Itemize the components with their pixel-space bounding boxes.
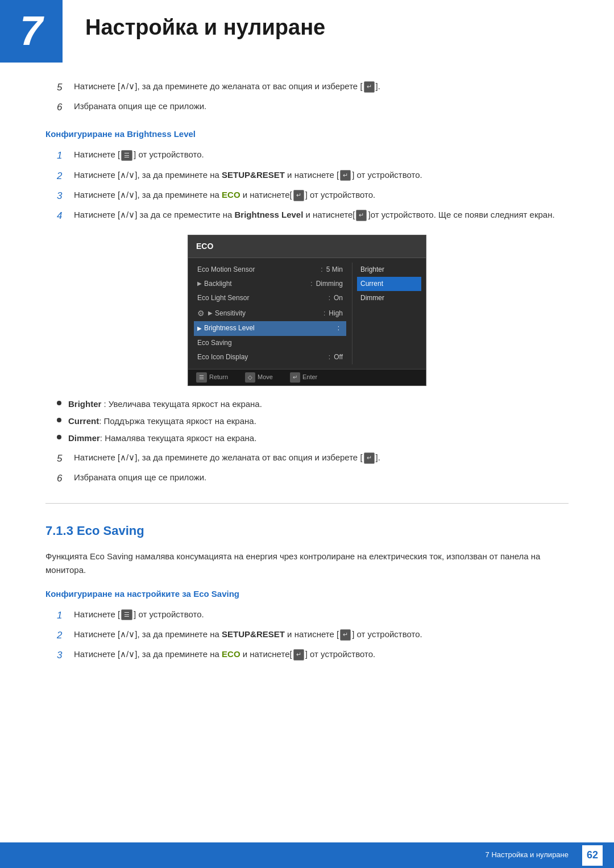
eco-label-3: ECO [222,190,240,200]
move-icon: ◇ [245,372,255,383]
gear-icon: ⚙ [197,307,205,319]
step-num-6-bottom: 6 [57,471,74,486]
eco-row-brightness-label: Brightness Level [204,323,334,334]
bullet-brighter-text: Brighter : Увеличава текущата яркост на … [68,397,262,411]
dropdown-current: Current [357,277,421,291]
bullet-dot-current [57,418,61,422]
eco-row-motion-label: Eco Motion Sensor [197,264,317,275]
eco-row-motion: Eco Motion Sensor : 5 Min [194,263,346,277]
footer-return-label: Return [209,372,228,383]
brightness-step-1: 1 Натиснете [☰] от устройството. [57,148,569,163]
brightness-level-label-4: Brightness Level [234,210,303,219]
brightness-steps: 1 Натиснете [☰] от устройството. 2 Натис… [57,148,569,223]
eco-saving-config-heading: Конфигуриране на настройките за Eco Savi… [45,587,569,601]
step-text-6-top: Избраната опция ще се приложи. [74,99,206,113]
step-num-6-top: 6 [57,99,74,115]
top-steps: 5 Натиснете [∧/∨], за да преминете до же… [57,80,569,115]
eco-saving-heading: 7.1.3 Eco Saving [45,521,569,541]
section-divider [45,503,569,504]
eco-menu-body: Eco Motion Sensor : 5 Min ▶ Backlight : … [188,258,426,369]
eco-menu-container: ECO Eco Motion Sensor : 5 Min ▶ Backligh… [45,235,569,386]
brightness-arrow: ▶ [197,324,202,333]
brightness-step-num-3: 3 [57,188,74,203]
enter-icon: ↵ [290,372,300,383]
step-num-5-bottom: 5 [57,451,74,466]
footer-enter-label: Enter [302,372,317,383]
dimmer-label: Dimmer [68,433,100,443]
eco-saving-step-num-3: 3 [57,647,74,663]
footer-chapter-text: 7 Настройка и нулиране [486,849,569,861]
eco-saving-step-text-1: Натиснете [☰] от устройството. [74,608,204,621]
bullet-dot-brighter [57,401,61,405]
eco-saving-step-text-3: Натиснете [∧/∨], за да преминете на ECO … [74,647,375,661]
step-5-bottom: 5 Натиснете [∧/∨], за да преминете до же… [57,451,569,466]
eco-menu-footer: ☰ Return ◇ Move ↵ Enter [188,369,426,385]
enter-key-eco3: ↵ [293,649,304,661]
sensitivity-arrow: ▶ [208,309,213,318]
footer-return: ☰ Return [196,372,228,383]
chapter-title: Настройка и нулиране [63,0,348,56]
eco-row-light-sensor: Eco Light Sensor : On [194,291,346,305]
footer-move: ◇ Move [245,372,273,383]
eco-row-saving: Eco Saving [194,336,346,350]
brightness-step-4: 4 Натиснете [∧/∨] за да се преместите на… [57,208,569,223]
page-wrapper: 7 Настройка и нулиране 5 Натиснете [∧/∨]… [0,0,614,868]
brightness-step-num-2: 2 [57,168,74,184]
step-num-5-top: 5 [57,80,74,95]
bullet-current-text: Current: Поддържа текущата яркост на екр… [68,414,256,428]
brightness-step-num-4: 4 [57,208,74,223]
eco-saving-step-num-2: 2 [57,628,74,643]
setup-reset-label-eco2: SETUP&RESET [222,629,285,639]
eco-saving-step-text-2: Натиснете [∧/∨], за да преминете на SETU… [74,628,422,641]
eco-saving-step-3: 3 Натиснете [∧/∨], за да преминете на EC… [57,647,569,663]
bullet-brighter: Brighter : Увеличава текущата яркост на … [57,397,569,411]
eco-row-backlight-value: Dimming [316,279,343,289]
menu-key-1: ☰ [121,150,132,161]
brightness-bullets: Brighter : Увеличава текущата яркост на … [57,397,569,445]
brightness-step-text-1: Натиснете [☰] от устройството. [74,148,204,161]
eco-row-backlight: ▶ Backlight : Dimming [194,277,346,291]
eco-row-brightness: ▶ Brightness Level : [194,321,346,335]
dropdown-brighter: Brighter [357,263,421,277]
eco-row-saving-label: Eco Saving [197,338,343,348]
bullet-current: Current: Поддържа текущата яркост на екр… [57,414,569,428]
brightness-step-text-3: Натиснете [∧/∨], за да преминете на ECO … [74,188,375,202]
enter-key-5bottom: ↵ [364,452,375,464]
eco-row-sensitivity-label: Sensitivity [215,308,320,319]
brightness-heading: Конфигуриране на Brightness Level [45,127,569,141]
bottom-steps: 5 Натиснете [∧/∨], за да преминете до же… [57,451,569,486]
eco-row-icon-display-value: Off [334,352,343,363]
footer-enter: ↵ Enter [290,372,317,383]
main-content: 5 Натиснете [∧/∨], за да преминете до же… [0,80,614,713]
eco-row-sensitivity-value: High [329,308,343,319]
eco-label-eco3: ECO [222,649,240,659]
enter-key-icon-5top: ↵ [364,81,375,93]
enter-key-eco2: ↵ [340,629,351,641]
eco-saving-step-1: 1 Натиснете [☰] от устройството. [57,608,569,623]
eco-row-motion-value: 5 Min [326,264,343,275]
brightness-step-num-1: 1 [57,148,74,163]
eco-row-icon-display-label: Eco Icon Display [197,352,325,363]
bullet-dimmer-text: Dimmer: Намалява текущата яркост на екра… [68,431,256,445]
eco-row-sensitivity: ⚙ ▶ Sensitivity : High [194,305,346,321]
eco-row-light-sensor-label: Eco Light Sensor [197,293,325,304]
brightness-step-text-2: Натиснете [∧/∨], за да преминете на SETU… [74,168,422,182]
step-6-top: 6 Избраната опция ще се приложи. [57,99,569,115]
eco-row-backlight-label: Backlight [204,279,307,289]
eco-saving-step-num-1: 1 [57,608,74,623]
eco-menu-left: Eco Motion Sensor : 5 Min ▶ Backlight : … [188,263,352,365]
bullet-dot-dimmer [57,435,61,439]
current-label: Current [68,416,99,426]
step-text-6-bottom: Избраната опция ще се приложи. [74,471,206,484]
enter-key-3: ↵ [293,190,304,201]
dropdown-dimmer: Dimmer [357,291,421,305]
eco-menu: ECO Eco Motion Sensor : 5 Min ▶ Backligh… [188,235,426,386]
eco-row-icon-display: Eco Icon Display : Off [194,350,346,364]
return-icon: ☰ [196,372,207,383]
eco-menu-title: ECO [188,235,426,258]
enter-key-2: ↵ [340,170,351,181]
enter-key-4: ↵ [356,210,367,221]
backlight-arrow: ▶ [197,279,202,288]
page-number: 62 [582,845,603,866]
menu-key-eco1: ☰ [121,609,132,621]
